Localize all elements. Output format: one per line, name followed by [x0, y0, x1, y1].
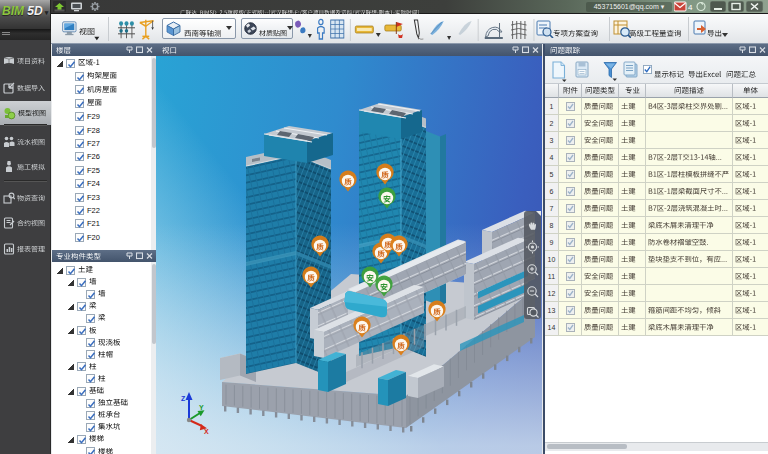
- svg-text:4: 4: [688, 3, 693, 12]
- svg-text:Y: Y: [199, 404, 204, 411]
- svg-text:Z: Z: [181, 395, 186, 402]
- svg-text:X: X: [204, 428, 209, 435]
